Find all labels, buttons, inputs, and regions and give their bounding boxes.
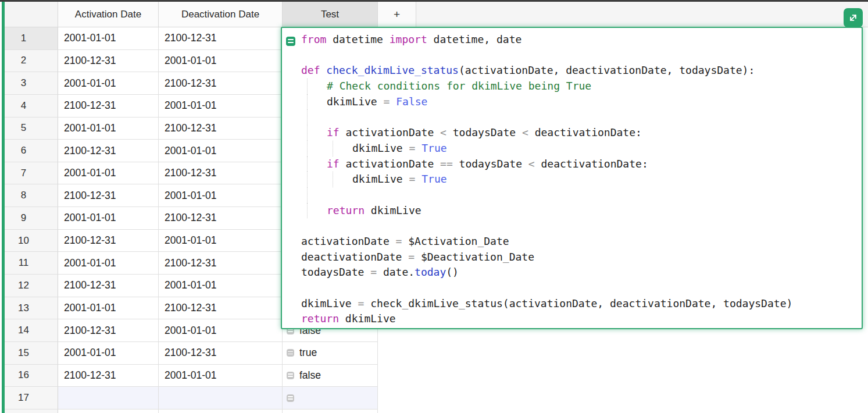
row-number-cell[interactable]: 16 <box>5 365 58 387</box>
activation-date-cell[interactable]: 2100-12-31 <box>58 50 159 73</box>
code-line[interactable]: return dkimLive <box>301 203 862 219</box>
add-column-button[interactable]: + <box>378 2 416 27</box>
row-number-cell[interactable]: 17 <box>5 387 58 410</box>
activation-date-cell[interactable]: 2100-12-31 <box>58 230 159 252</box>
code-line[interactable] <box>301 218 862 234</box>
test-cell[interactable] <box>283 410 378 413</box>
activation-date-cell[interactable]: 2001-01-01 <box>58 162 159 185</box>
deactivation-date-cell[interactable]: 2100-12-31 <box>159 252 283 275</box>
table-row: 152001-01-012100-12-31true <box>5 342 378 365</box>
activation-date-cell[interactable]: 2001-01-01 <box>58 342 159 365</box>
deactivation-date-cell[interactable]: 2100-12-31 <box>159 207 283 230</box>
deactivation-date-cell[interactable]: 2001-01-01 <box>159 140 283 162</box>
spreadsheet-app: Activation Date Deactivation Date Test +… <box>0 0 868 413</box>
deactivation-date-cell[interactable]: 2100-12-31 <box>159 118 283 140</box>
code-editor-popup[interactable]: from datetime import datetime, datedef c… <box>281 27 863 329</box>
expand-editor-button[interactable] <box>844 8 863 27</box>
column-header-test[interactable]: Test <box>283 2 378 27</box>
code-line[interactable]: dkimLive = True <box>301 141 862 156</box>
test-cell[interactable] <box>283 387 378 410</box>
row-number-cell[interactable]: 7 <box>5 162 58 185</box>
deactivation-date-cell[interactable]: 2001-01-01 <box>159 319 283 342</box>
activation-date-cell[interactable]: 2001-01-01 <box>58 207 159 230</box>
code-line[interactable]: from datetime import datetime, date <box>301 32 862 48</box>
row-number-cell[interactable]: 8 <box>5 184 58 207</box>
code-line[interactable]: dkimLive = check_dkimLive_status(activat… <box>301 296 862 312</box>
row-number-cell[interactable]: 14 <box>5 319 58 342</box>
deactivation-date-cell[interactable] <box>159 410 283 413</box>
code-line[interactable]: todaysDate = date.today() <box>301 265 862 280</box>
table-row: 17 <box>5 387 378 410</box>
code-line[interactable]: # Check conditions for dkimLive being Tr… <box>301 79 862 94</box>
code-line[interactable]: activationDate = $Activation_Date <box>301 234 862 250</box>
activation-date-cell[interactable]: 2001-01-01 <box>58 252 159 275</box>
code-line[interactable] <box>301 109 862 125</box>
activation-date-cell[interactable] <box>58 387 159 410</box>
deactivation-date-cell[interactable]: 2100-12-31 <box>159 297 283 320</box>
header-filler <box>416 2 868 27</box>
row-number-cell[interactable]: 6 <box>5 140 58 162</box>
code-text: if activationDate < todaysDate < deactiv… <box>301 126 642 138</box>
code-text: # Check conditions for dkimLive being Tr… <box>301 80 591 92</box>
deactivation-date-cell[interactable]: 2100-12-31 <box>159 72 283 95</box>
deactivation-date-cell[interactable]: 2001-01-01 <box>159 184 283 207</box>
deactivation-date-cell[interactable]: 2100-12-31 <box>159 342 283 365</box>
deactivation-date-cell[interactable]: 2001-01-01 <box>159 95 283 118</box>
column-header-activation-date[interactable]: Activation Date <box>58 2 159 27</box>
row-number-cell[interactable]: 9 <box>5 207 58 230</box>
code-line[interactable]: if activationDate < todaysDate < deactiv… <box>301 125 862 141</box>
code-text: def check_dkimLive_status(activationDate… <box>301 64 755 76</box>
code-line[interactable]: def check_dkimLive_status(activationDate… <box>301 63 862 79</box>
code-line[interactable]: if activationDate == todaysDate < deacti… <box>301 156 862 172</box>
activation-date-cell[interactable]: 2100-12-31 <box>58 319 159 342</box>
code-line[interactable]: dkimLive = False <box>301 94 862 110</box>
row-number-cell[interactable]: 3 <box>5 72 58 95</box>
row-number-cell[interactable]: 5 <box>5 118 58 140</box>
code-line[interactable] <box>301 48 862 63</box>
deactivation-date-cell[interactable]: 2100-12-31 <box>159 162 283 185</box>
activation-date-cell[interactable]: 2100-12-31 <box>58 184 159 207</box>
column-header-row: Activation Date Deactivation Date Test + <box>5 2 868 27</box>
row-number-cell[interactable]: 1 <box>5 27 58 50</box>
row-number-cell[interactable] <box>5 410 58 413</box>
indent-guide <box>307 156 308 172</box>
activation-date-cell[interactable]: 2100-12-31 <box>58 95 159 118</box>
row-number-cell[interactable]: 11 <box>5 252 58 275</box>
activation-date-cell[interactable]: 2001-01-01 <box>58 27 159 50</box>
indent-guide <box>333 172 333 187</box>
code-line[interactable]: deactivationDate = $Deactivation_Date <box>301 250 862 265</box>
code-line[interactable]: return dkimLive <box>301 311 862 327</box>
row-number-cell[interactable]: 12 <box>5 275 58 297</box>
test-cell[interactable]: true <box>283 342 378 365</box>
code-line[interactable]: dkimLive = True <box>301 172 862 187</box>
row-number-cell[interactable]: 13 <box>5 297 58 320</box>
deactivation-date-cell[interactable]: 2001-01-01 <box>159 50 283 73</box>
deactivation-date-cell[interactable]: 2100-12-31 <box>159 27 283 50</box>
row-number-cell[interactable]: 2 <box>5 50 58 73</box>
deactivation-date-cell[interactable]: 2001-01-01 <box>159 365 283 387</box>
test-cell-value: true <box>299 347 317 359</box>
row-number-cell[interactable]: 15 <box>5 342 58 365</box>
code-line[interactable] <box>301 280 862 296</box>
code-text: deactivationDate = $Deactivation_Date <box>301 251 534 263</box>
code-text: dkimLive = check_dkimLive_status(activat… <box>301 297 792 309</box>
test-cell[interactable]: false <box>283 365 378 387</box>
column-header-deactivation-date[interactable]: Deactivation Date <box>159 2 283 27</box>
corner-header-cell[interactable] <box>5 2 58 27</box>
code-text <box>301 188 327 201</box>
row-number-cell[interactable]: 4 <box>5 95 58 118</box>
deactivation-date-cell[interactable]: 2001-01-01 <box>159 275 283 297</box>
activation-date-cell[interactable]: 2001-01-01 <box>58 297 159 320</box>
deactivation-date-cell[interactable]: 2001-01-01 <box>159 230 283 252</box>
activation-date-cell[interactable]: 2001-01-01 <box>58 118 159 140</box>
code-lines[interactable]: from datetime import datetime, datedef c… <box>282 32 862 327</box>
code-line[interactable] <box>301 187 862 203</box>
activation-date-cell[interactable] <box>58 410 159 413</box>
deactivation-date-cell[interactable] <box>159 387 283 410</box>
activation-date-cell[interactable]: 2100-12-31 <box>58 365 159 387</box>
activation-date-cell[interactable]: 2001-01-01 <box>58 72 159 95</box>
code-text: if activationDate == todaysDate < deacti… <box>301 158 648 170</box>
activation-date-cell[interactable]: 2100-12-31 <box>58 140 159 162</box>
activation-date-cell[interactable]: 2100-12-31 <box>58 275 159 297</box>
row-number-cell[interactable]: 10 <box>5 230 58 252</box>
